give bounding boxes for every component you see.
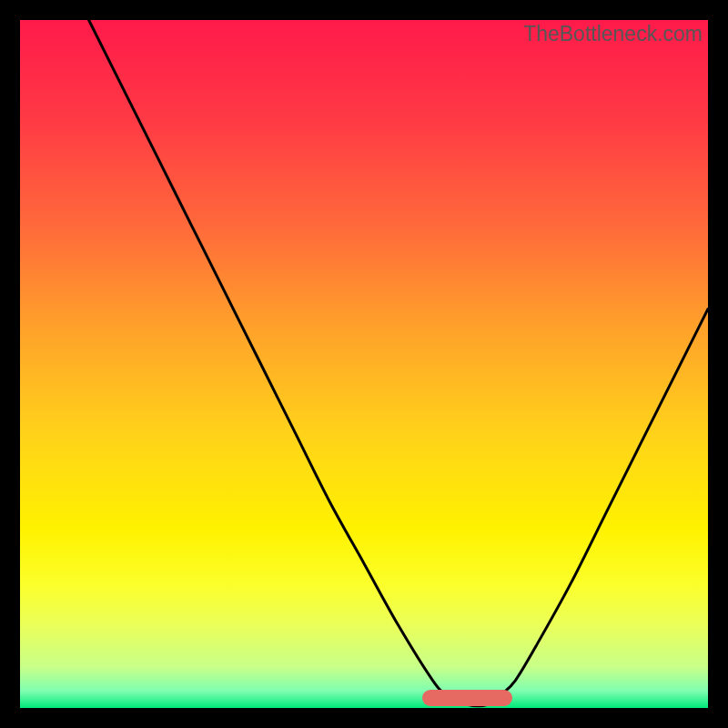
curve-path	[89, 20, 708, 706]
chart-frame: TheBottleneck.com	[20, 20, 708, 708]
optimal-range-marker	[422, 690, 512, 706]
bottleneck-curve	[20, 20, 708, 708]
